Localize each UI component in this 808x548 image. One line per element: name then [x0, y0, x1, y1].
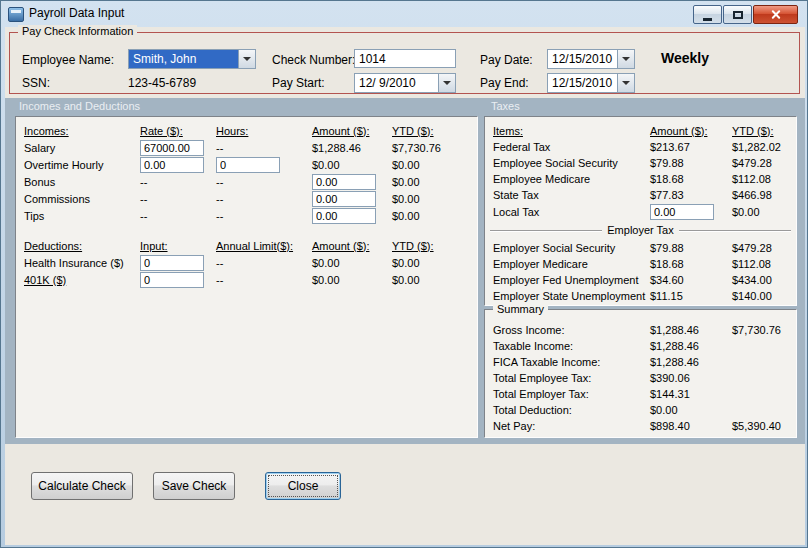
- pay-date-value: 12/15/2010: [548, 50, 617, 68]
- income-row-bonus: Bonus -- -- $0.00: [16, 173, 477, 190]
- tax-amount-value: $18.68: [650, 173, 732, 185]
- app-icon: [8, 7, 24, 22]
- tax-row-state: State Tax $77.83 $466.98: [485, 187, 796, 203]
- income-name-label: Commissions: [24, 193, 140, 205]
- income-row-tips: Tips -- -- $0.00: [16, 207, 477, 224]
- col-header-ytd: YTD ($):: [392, 125, 477, 137]
- summary-amount-value: $1,288.46: [650, 340, 732, 352]
- income-name-label: Salary: [24, 142, 140, 154]
- pay-end-dropdown-button[interactable]: [617, 74, 634, 92]
- health-insurance-input[interactable]: [140, 255, 204, 271]
- tax-name-label: Local Tax: [493, 206, 650, 218]
- income-rate-value: --: [140, 176, 216, 188]
- summary-amount-value: $1,288.46: [650, 324, 732, 336]
- income-ytd-value: $7,730.76: [392, 142, 477, 154]
- payroll-window: Payroll Data Input Pay Check Information…: [0, 0, 808, 548]
- income-amount-value: $0.00: [312, 159, 392, 171]
- summary-amount-value: $1,288.46: [650, 356, 732, 368]
- calculate-check-button[interactable]: Calculate Check: [31, 472, 133, 500]
- tax-row-employee-medicare: Employee Medicare $18.68 $112.08: [485, 171, 796, 187]
- tax-name-label: Federal Tax: [493, 141, 650, 153]
- pay-start-value: 12/ 9/2010: [355, 74, 438, 92]
- summary-group: Summary Gross Income: $1,288.46 $7,730.7…: [484, 309, 797, 438]
- check-number-label: Check Number:: [272, 53, 355, 67]
- summary-ytd-value: $5,390.40: [732, 420, 796, 432]
- commissions-amount-input[interactable]: [312, 191, 376, 207]
- 401k-input[interactable]: [140, 272, 204, 288]
- income-ytd-value: $0.00: [392, 193, 477, 205]
- chevron-down-icon: [243, 57, 251, 61]
- employer-tax-divider-label: Employer Tax: [602, 224, 678, 236]
- summary-row-gross: Gross Income: $1,288.46 $7,730.76: [485, 322, 796, 338]
- summary-group-title: Summary: [493, 303, 548, 315]
- col-header-amount: Amount ($):: [312, 240, 392, 252]
- summary-row-taxable: Taxable Income: $1,288.46: [485, 338, 796, 354]
- employer-tax-divider: Employer Tax: [485, 220, 796, 240]
- income-rate-value: --: [140, 210, 216, 222]
- employee-name-select[interactable]: Smith, John: [128, 49, 256, 69]
- summary-amount-value: $898.40: [650, 420, 732, 432]
- pay-end-label: Pay End:: [480, 76, 529, 90]
- deduction-amount-value: $0.00: [312, 274, 392, 286]
- tax-name-label: Employer Medicare: [493, 258, 650, 270]
- tax-row-employer-medicare: Employer Medicare $18.68 $112.08: [485, 256, 796, 272]
- local-tax-input[interactable]: [650, 204, 714, 220]
- col-header-deductions: Deductions:: [24, 240, 140, 252]
- pay-date-dropdown-button[interactable]: [617, 50, 634, 68]
- income-ytd-value: $0.00: [392, 210, 477, 222]
- pay-start-picker[interactable]: 12/ 9/2010: [354, 73, 456, 93]
- summary-label: FICA Taxable Income:: [493, 356, 650, 368]
- close-icon: [770, 9, 781, 20]
- deduction-row-health-insurance: Health Insurance ($) -- $0.00 $0.00: [16, 254, 477, 271]
- income-row-commissions: Commissions -- -- $0.00: [16, 190, 477, 207]
- summary-row-net-pay: Net Pay: $898.40 $5,390.40: [485, 418, 796, 434]
- overtime-rate-input[interactable]: [140, 157, 204, 173]
- col-header-rate: Rate ($):: [140, 125, 216, 137]
- pay-date-picker[interactable]: 12/15/2010: [547, 49, 635, 69]
- col-header-items: Items:: [493, 125, 650, 137]
- employee-name-value: Smith, John: [129, 50, 238, 68]
- pay-end-picker[interactable]: 12/15/2010: [547, 73, 635, 93]
- summary-label: Net Pay:: [493, 420, 650, 432]
- summary-amount-value: $390.06: [650, 372, 732, 384]
- income-hours-value: --: [216, 210, 312, 222]
- overtime-hours-input[interactable]: [216, 157, 280, 173]
- window-title: Payroll Data Input: [29, 6, 124, 23]
- income-ytd-value: $0.00: [392, 159, 477, 171]
- deduction-amount-value: $0.00: [312, 257, 392, 269]
- bonus-amount-input[interactable]: [312, 174, 376, 190]
- summary-row-fica-taxable: FICA Taxable Income: $1,288.46: [485, 354, 796, 370]
- summary-ytd-value: $7,730.76: [732, 324, 796, 336]
- tax-row-local: Local Tax $0.00: [485, 203, 796, 220]
- tax-ytd-value: $0.00: [732, 206, 796, 218]
- tax-name-label: Employee Medicare: [493, 173, 650, 185]
- deduction-ytd-value: $0.00: [392, 257, 477, 269]
- maximize-button[interactable]: [723, 5, 752, 24]
- save-check-button[interactable]: Save Check: [153, 472, 235, 500]
- check-number-input[interactable]: [354, 49, 456, 68]
- pay-frequency-label: Weekly: [661, 50, 709, 66]
- summary-row-total-employer-tax: Total Employer Tax: $144.31: [485, 386, 796, 402]
- col-header-amount: Amount ($):: [312, 125, 392, 137]
- summary-label: Gross Income:: [493, 324, 650, 336]
- salary-rate-input[interactable]: [140, 140, 204, 156]
- summary-amount-value: $144.31: [650, 388, 732, 400]
- minimize-button[interactable]: [693, 5, 722, 24]
- deduction-row-401k: 401K ($) -- $0.00 $0.00: [16, 271, 477, 288]
- section-title-taxes: Taxes: [491, 100, 520, 112]
- tax-name-label: Employee Social Security: [493, 157, 650, 169]
- income-rate-value: --: [140, 193, 216, 205]
- employee-name-dropdown-button[interactable]: [238, 50, 255, 68]
- tips-amount-input[interactable]: [312, 208, 376, 224]
- summary-label: Total Deduction:: [493, 404, 650, 416]
- pay-end-value: 12/15/2010: [548, 74, 617, 92]
- close-button[interactable]: [753, 5, 798, 24]
- titlebar: Payroll Data Input: [1, 1, 807, 27]
- chevron-down-icon: [443, 81, 451, 85]
- pay-start-dropdown-button[interactable]: [438, 74, 455, 92]
- close-dialog-button[interactable]: Close: [265, 472, 341, 500]
- deduction-ytd-value: $0.00: [392, 274, 477, 286]
- deduction-401k-link[interactable]: 401K ($): [24, 274, 140, 286]
- tax-ytd-value: $434.00: [732, 274, 796, 286]
- deduction-name-label: Health Insurance ($): [24, 257, 140, 269]
